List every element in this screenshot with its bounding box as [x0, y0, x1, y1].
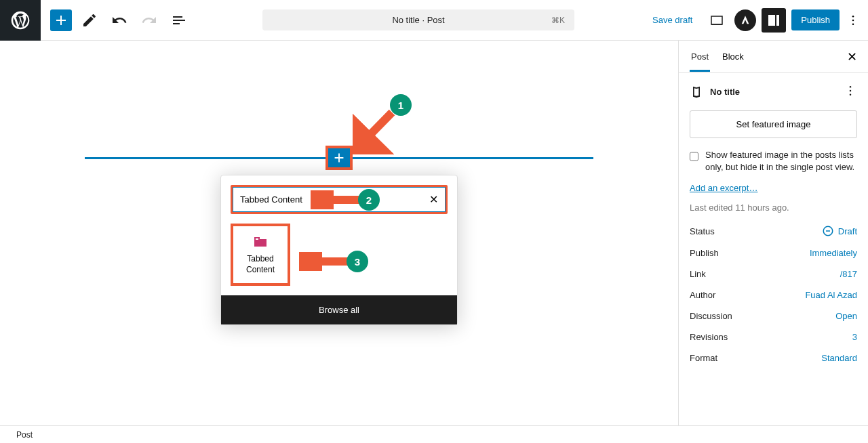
document-overview-button[interactable]	[167, 8, 191, 33]
editor-main: 1 ✕ Tabbed Content Browse all 2	[0, 41, 868, 425]
redo-button[interactable]	[137, 8, 161, 33]
status-row: Status Draft	[690, 225, 857, 237]
discussion-value[interactable]: Open	[835, 311, 857, 321]
editor-toolbar: No title · Post ⌘K Save draft Publish	[0, 0, 868, 41]
add-block-button[interactable]	[50, 9, 72, 31]
inline-inserter-button[interactable]	[326, 146, 353, 170]
svg-point-2	[852, 23, 854, 25]
block-result-label: Tabbed Content	[233, 254, 288, 275]
format-label: Format	[690, 353, 717, 363]
format-value[interactable]: Standard	[821, 353, 857, 363]
undo-button[interactable]	[107, 8, 132, 33]
tabbed-content-icon	[252, 234, 269, 250]
toolbar-right: Save draft Publish	[646, 8, 868, 33]
author-label: Author	[690, 290, 715, 300]
tab-block[interactable]: Block	[715, 42, 751, 71]
svg-point-10	[850, 90, 852, 92]
block-result-tabbed-content[interactable]: Tabbed Content	[231, 224, 290, 286]
revisions-row: Revisions 3	[690, 332, 857, 342]
save-draft-button[interactable]: Save draft	[646, 11, 699, 29]
annotation-arrow-2	[311, 190, 365, 209]
clear-search-button[interactable]: ✕	[429, 193, 438, 206]
publish-row: Publish Immediately	[690, 248, 857, 258]
breadcrumb[interactable]: Post	[16, 430, 33, 440]
last-edited-text: Last edited 11 hours ago.	[690, 203, 857, 213]
wordpress-logo[interactable]	[0, 0, 41, 41]
annotation-arrow-3	[299, 252, 353, 271]
revisions-value[interactable]: 3	[852, 332, 857, 342]
tools-button[interactable]	[77, 8, 102, 33]
annotation-arrow-1	[353, 107, 400, 154]
publish-label: Publish	[690, 248, 719, 258]
status-value[interactable]: Draft	[822, 225, 857, 237]
view-button[interactable]	[705, 8, 729, 33]
editor-canvas[interactable]: 1 ✕ Tabbed Content Browse all 2	[0, 41, 678, 425]
post-icon	[690, 85, 703, 99]
draft-status-icon	[822, 225, 834, 237]
featured-image-checkbox-label: Show featured image in the posts lists o…	[705, 149, 857, 173]
status-value-text: Draft	[838, 226, 857, 236]
svg-line-4	[361, 112, 392, 144]
featured-image-visibility-row: Show featured image in the posts lists o…	[690, 149, 857, 173]
annotation-badge-3: 3	[347, 251, 368, 272]
revisions-label: Revisions	[690, 332, 728, 342]
status-label: Status	[690, 226, 715, 236]
tab-post[interactable]: Post	[684, 42, 715, 71]
featured-image-checkbox[interactable]	[690, 150, 698, 163]
svg-point-11	[850, 94, 852, 96]
command-shortcut: ⌘K	[551, 16, 565, 25]
document-title-text: No title · Post	[392, 15, 444, 25]
annotation-badge-1: 1	[390, 94, 412, 116]
publish-value[interactable]: Immediately	[810, 248, 857, 258]
sidebar-tabs: Post Block ✕	[679, 41, 868, 73]
astra-icon[interactable]	[734, 9, 756, 31]
browse-all-button[interactable]: Browse all	[221, 295, 457, 324]
post-title-text: No title	[710, 87, 740, 97]
settings-sidebar-button[interactable]	[762, 8, 786, 33]
post-panel: No title Set featured image Show feature…	[679, 73, 868, 385]
document-title-bar: No title · Post ⌘K	[191, 9, 646, 30]
discussion-row: Discussion Open	[690, 311, 857, 321]
publish-button[interactable]: Publish	[791, 9, 840, 30]
annotation-badge-2: 2	[358, 189, 380, 211]
svg-point-1	[852, 19, 854, 21]
add-excerpt-link[interactable]: Add an excerpt…	[690, 183, 757, 193]
toolbar-left	[41, 8, 191, 33]
format-row: Format Standard	[690, 353, 857, 363]
options-button[interactable]	[845, 8, 861, 33]
author-row: Author Fuad Al Azad	[690, 290, 857, 300]
document-title-button[interactable]: No title · Post ⌘K	[262, 9, 574, 30]
link-value[interactable]: /817	[840, 269, 857, 279]
close-sidebar-button[interactable]: ✕	[841, 46, 863, 68]
post-title-row: No title	[690, 84, 857, 100]
link-row: Link /817	[690, 269, 857, 279]
author-value[interactable]: Fuad Al Azad	[805, 290, 857, 300]
link-label: Link	[690, 269, 706, 279]
post-actions-button[interactable]	[844, 84, 857, 100]
discussion-label: Discussion	[690, 311, 732, 321]
set-featured-image-button[interactable]: Set featured image	[690, 110, 857, 138]
svg-point-9	[850, 86, 852, 88]
svg-point-0	[852, 15, 854, 17]
settings-sidebar: Post Block ✕ No title Set featured image…	[678, 41, 868, 425]
editor-footer: Post	[0, 425, 868, 443]
